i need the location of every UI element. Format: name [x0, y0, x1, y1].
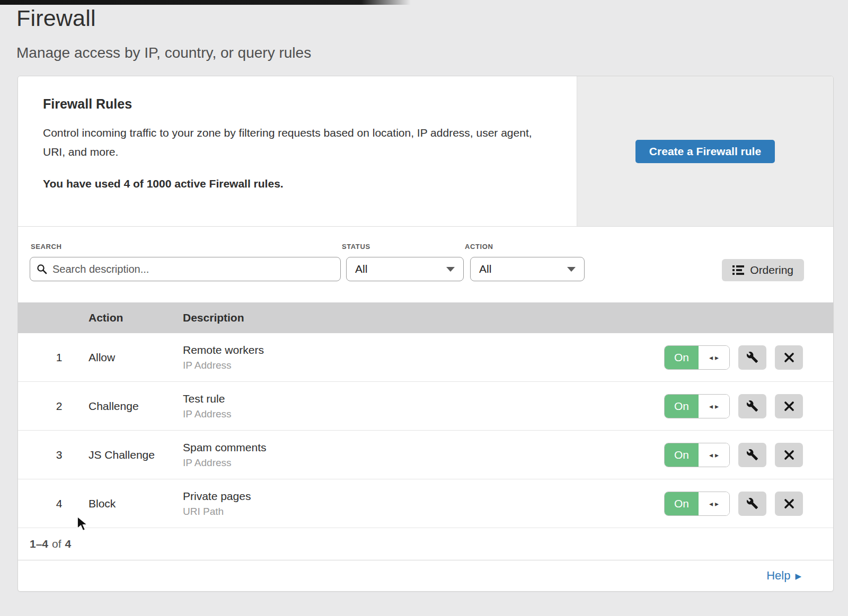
- table-header-action: Action: [89, 311, 183, 324]
- table-header-description: Description: [183, 311, 803, 324]
- action-label: ACTION: [465, 243, 585, 251]
- table-row: 4 Block Private pages URI Path On ◂▸: [18, 479, 833, 528]
- close-icon: [784, 401, 794, 412]
- rule-description: Remote workers: [183, 344, 664, 356]
- pagination-of-label: of: [52, 538, 61, 550]
- left-right-arrows-icon: ◂: [709, 499, 713, 508]
- overview-section: Firewall Rules Control incoming traffic …: [18, 76, 833, 227]
- left-right-arrows-icon: ▸: [715, 353, 719, 362]
- chevron-down-icon: [446, 267, 455, 272]
- wrench-icon: [746, 351, 758, 363]
- help-link[interactable]: Help ▶: [766, 569, 801, 583]
- close-icon: [784, 352, 794, 363]
- row-action: Allow: [89, 351, 183, 364]
- rule-match-field: URI Path: [183, 506, 664, 517]
- wrench-icon: [746, 449, 758, 461]
- create-firewall-rule-button[interactable]: Create a Firewall rule: [635, 140, 775, 163]
- rule-description: Private pages: [183, 490, 664, 503]
- page-header: Firewall Manage access by IP, country, o…: [16, 5, 311, 61]
- edit-rule-button[interactable]: [738, 345, 766, 370]
- page-subtitle: Manage access by IP, country, or query r…: [16, 44, 311, 61]
- left-right-arrows-icon: ◂: [709, 451, 713, 459]
- help-link-label: Help: [766, 569, 790, 583]
- usage-summary: You have used 4 of 1000 active Firewall …: [43, 177, 555, 190]
- table-row: 1 Allow Remote workers IP Address On ◂▸: [18, 333, 833, 382]
- status-select[interactable]: All: [346, 257, 464, 281]
- pagination-total: 4: [65, 538, 72, 550]
- toggle-drag-handle[interactable]: ◂▸: [699, 395, 729, 418]
- row-description: Spam comments IP Address: [183, 441, 664, 469]
- search-field: SEARCH: [30, 243, 341, 281]
- status-selected-value: All: [355, 263, 367, 275]
- toggle-on-label: On: [665, 346, 699, 369]
- row-action: JS Challenge: [89, 449, 183, 461]
- pagination-range: 1–4: [30, 538, 48, 550]
- row-action: Challenge: [89, 400, 183, 413]
- status-field: STATUS All: [341, 243, 464, 281]
- toggle-drag-handle[interactable]: ◂▸: [699, 492, 729, 515]
- left-right-arrows-icon: ▸: [715, 451, 719, 459]
- ordered-list-icon: [732, 265, 744, 275]
- left-right-arrows-icon: ◂: [709, 402, 713, 410]
- rule-match-field: IP Address: [183, 360, 664, 371]
- close-icon: [784, 498, 794, 509]
- toggle-drag-handle[interactable]: ◂▸: [699, 346, 729, 369]
- screenshot-artifact-bar: [0, 0, 411, 5]
- ordering-button-label: Ordering: [750, 264, 793, 276]
- row-controls: On ◂▸: [664, 492, 803, 516]
- action-select[interactable]: All: [470, 257, 585, 281]
- action-selected-value: All: [479, 263, 491, 275]
- overview-description: Control incoming traffic to your zone by…: [43, 123, 546, 162]
- toggle-on-label: On: [665, 492, 699, 515]
- wrench-icon: [746, 400, 758, 412]
- right-triangle-icon: ▶: [795, 572, 801, 580]
- left-right-arrows-icon: ▸: [715, 402, 719, 410]
- toggle-drag-handle[interactable]: ◂▸: [699, 443, 729, 467]
- page-title: Firewall: [16, 5, 311, 31]
- table-row: 3 JS Challenge Spam comments IP Address …: [18, 431, 833, 479]
- toggle-on-label: On: [665, 395, 699, 418]
- rule-description: Spam comments: [183, 441, 664, 454]
- create-rule-panel: Create a Firewall rule: [577, 76, 833, 226]
- rule-enabled-toggle[interactable]: On ◂▸: [664, 345, 730, 370]
- rule-description: Test rule: [183, 392, 664, 405]
- overview-heading: Firewall Rules: [43, 96, 555, 112]
- filter-bar: SEARCH STATUS All ACTION All: [18, 227, 833, 302]
- status-label: STATUS: [342, 243, 464, 251]
- help-bar: Help ▶: [18, 560, 833, 591]
- table-row: 2 Challenge Test rule IP Address On ◂▸: [18, 382, 833, 431]
- delete-rule-button[interactable]: [775, 443, 803, 467]
- search-icon: [37, 264, 47, 274]
- left-right-arrows-icon: ▸: [715, 499, 719, 508]
- row-number: 4: [30, 497, 89, 510]
- delete-rule-button[interactable]: [775, 345, 803, 370]
- rule-enabled-toggle[interactable]: On ◂▸: [664, 394, 730, 418]
- rule-enabled-toggle[interactable]: On ◂▸: [664, 492, 730, 516]
- row-number: 1: [30, 351, 89, 364]
- rule-match-field: IP Address: [183, 408, 664, 420]
- rule-enabled-toggle[interactable]: On ◂▸: [664, 443, 730, 467]
- search-input-wrap: [30, 257, 341, 281]
- pagination-bar: 1–4 of 4: [18, 528, 833, 560]
- search-input[interactable]: [30, 257, 341, 281]
- row-description: Test rule IP Address: [183, 392, 664, 420]
- row-description: Remote workers IP Address: [183, 344, 664, 371]
- row-controls: On ◂▸: [664, 345, 803, 370]
- row-number: 3: [30, 449, 89, 461]
- row-controls: On ◂▸: [664, 443, 803, 467]
- table-header-row: Action Description: [18, 302, 833, 333]
- edit-rule-button[interactable]: [738, 443, 766, 467]
- left-right-arrows-icon: ◂: [709, 353, 713, 362]
- ordering-button[interactable]: Ordering: [722, 259, 804, 281]
- search-label: SEARCH: [31, 243, 341, 251]
- delete-rule-button[interactable]: [775, 394, 803, 418]
- edit-rule-button[interactable]: [738, 394, 766, 418]
- row-action: Block: [89, 497, 183, 510]
- delete-rule-button[interactable]: [775, 492, 803, 516]
- edit-rule-button[interactable]: [738, 492, 766, 516]
- firewall-rules-card: Firewall Rules Control incoming traffic …: [17, 76, 834, 592]
- rule-match-field: IP Address: [183, 457, 664, 469]
- row-number: 2: [30, 400, 89, 413]
- wrench-icon: [746, 497, 758, 510]
- toggle-on-label: On: [665, 443, 699, 467]
